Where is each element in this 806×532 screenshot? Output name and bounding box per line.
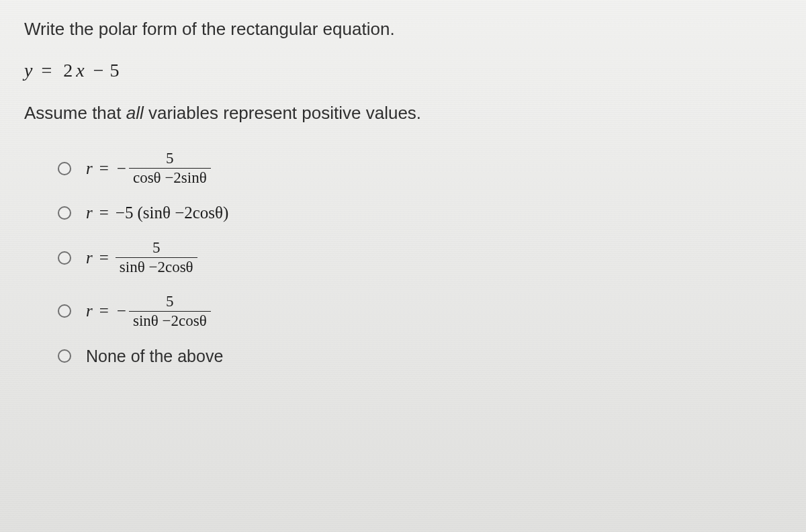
paren-expr: (sinθ −2cosθ)	[137, 204, 228, 222]
radio-icon[interactable]	[58, 206, 71, 220]
denominator: sinθ −2cosθ	[129, 311, 211, 329]
question-container: Write the polar form of the rectangular …	[0, 0, 806, 402]
radio-icon[interactable]	[58, 304, 71, 318]
numerator: 5	[162, 294, 178, 311]
assumption-text: Assume that all variables represent posi…	[24, 103, 782, 124]
option-c[interactable]: r = 5 sinθ −2cosθ	[58, 240, 782, 275]
option-d-math: r = − 5 sinθ −2cosθ	[86, 294, 211, 329]
radio-icon[interactable]	[58, 162, 71, 175]
equals-sign: =	[93, 159, 116, 178]
option-e[interactable]: None of the above	[58, 347, 782, 366]
var-r: r	[86, 249, 93, 267]
option-a-math: r = − 5 cosθ −2sinθ	[86, 150, 211, 186]
eq-const: 5	[107, 60, 122, 81]
radio-icon[interactable]	[58, 251, 71, 265]
eq-minus: −	[91, 60, 107, 81]
fraction: 5 sinθ −2cosθ	[129, 294, 211, 329]
equals-sign: =	[93, 204, 116, 222]
eq-equals: =	[38, 60, 55, 81]
option-a[interactable]: r = − 5 cosθ −2sinθ	[58, 150, 782, 186]
option-b[interactable]: r = −5 (sinθ −2cosθ)	[58, 204, 782, 222]
numerator: 5	[162, 150, 178, 168]
var-r: r	[86, 159, 93, 178]
negative-sign: −	[116, 159, 129, 178]
radio-icon[interactable]	[58, 349, 71, 363]
options-list: r = − 5 cosθ −2sinθ r = −5 (sinθ −2cosθ)	[24, 150, 782, 366]
equals-sign: =	[93, 302, 116, 320]
denominator: sinθ −2cosθ	[116, 257, 197, 275]
assume-post: variables represent positive values.	[144, 103, 421, 123]
equals-sign: =	[93, 249, 116, 267]
option-b-math: r = −5 (sinθ −2cosθ)	[86, 204, 228, 222]
given-equation: y = 2x −5	[24, 60, 782, 81]
fraction: 5 sinθ −2cosθ	[116, 240, 197, 275]
coef: −5	[116, 204, 134, 222]
eq-lhs-var: y	[24, 60, 33, 81]
eq-coef: 2	[60, 60, 76, 81]
option-d[interactable]: r = − 5 sinθ −2cosθ	[58, 294, 782, 329]
option-c-math: r = 5 sinθ −2cosθ	[86, 240, 197, 275]
denominator: cosθ −2sinθ	[129, 168, 211, 186]
eq-rhs-var: x	[76, 60, 85, 81]
var-r: r	[86, 204, 93, 222]
question-prompt: Write the polar form of the rectangular …	[24, 19, 782, 40]
numerator: 5	[148, 240, 165, 257]
negative-sign: −	[116, 302, 129, 320]
var-r: r	[86, 302, 93, 320]
assume-pre: Assume that	[24, 103, 126, 123]
option-e-label: None of the above	[86, 347, 223, 366]
assume-ital: all	[126, 103, 144, 123]
fraction: 5 cosθ −2sinθ	[129, 150, 211, 186]
